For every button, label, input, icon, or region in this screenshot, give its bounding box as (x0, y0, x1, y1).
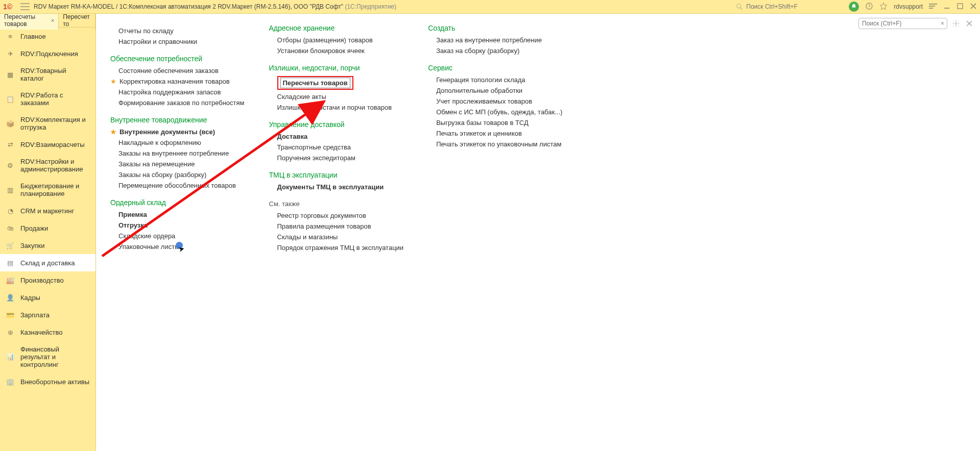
link-receiving[interactable]: Приемка (118, 211, 245, 218)
settings-bars-icon[interactable] (929, 3, 937, 11)
nav-connections[interactable]: ✈RDV:Подключения (0, 45, 95, 62)
grid-icon: ▦ (6, 70, 14, 79)
link-correction[interactable]: Корректировка назначения товаров (118, 78, 245, 85)
bag-icon: 🛍 (6, 224, 14, 232)
link-traceability[interactable]: Учет прослеживаемых товаров (436, 97, 562, 105)
section-internal: Внутреннее товародвижение (110, 116, 245, 124)
link-surplus-deficit[interactable]: Излишки, недостачи и порчи товаров (277, 104, 404, 111)
notifications-icon[interactable] (849, 2, 859, 12)
restore-icon[interactable] (957, 3, 964, 11)
tab-label: Пересчет то (63, 14, 91, 28)
link-settings-refs[interactable]: Настройки и справочники (118, 38, 245, 45)
clipboard-icon: 📋 (6, 95, 14, 103)
nav-picking[interactable]: 📦RDV:Комплектация и отгрузка (0, 111, 95, 136)
link-stock-keep[interactable]: Настройка поддержания запасов (118, 88, 245, 96)
svg-line-1 (740, 8, 743, 10)
user-label[interactable]: rdvsupport (894, 3, 923, 10)
link-invoices[interactable]: Накладные к оформлению (118, 139, 245, 146)
logo-1c: 1© (3, 3, 12, 11)
tab-close-icon[interactable]: × (51, 17, 54, 23)
link-move-orders[interactable]: Заказы на перемещение (118, 160, 245, 168)
link-expeditor[interactable]: Поручения экспедиторам (277, 154, 404, 162)
sliders-icon: ⚙ (6, 161, 14, 169)
link-vehicles[interactable]: Транспортные средства (277, 143, 404, 151)
nav-admin[interactable]: ⚙RDV:Настройки и администрирование (0, 153, 95, 178)
nav-catalog[interactable]: ▦RDV:Товарный каталог (0, 62, 95, 87)
link-internal-orders[interactable]: Заказы на внутреннее потребление (118, 149, 245, 157)
content-search-input[interactable] (858, 18, 947, 29)
svg-point-10 (955, 22, 957, 24)
nav-production[interactable]: 🏭Производство (0, 271, 95, 289)
link-create-internal[interactable]: Заказ на внутреннее потребление (436, 36, 562, 44)
nav-salary[interactable]: 💳Зарплата (0, 306, 95, 323)
close-icon[interactable] (970, 3, 977, 11)
top-bar: 1© RDV Маркет RM-KA-MODEL / 1С:Комплексн… (0, 0, 980, 14)
link-needs-state[interactable]: Состояние обеспечения заказов (118, 67, 245, 74)
nav-main[interactable]: ≡Главное (0, 28, 95, 45)
link-ext-processing[interactable]: Дополнительные обработки (436, 87, 562, 94)
nav-warehouse[interactable]: ▤Склад и доставка (0, 254, 95, 271)
link-tmc-reflection[interactable]: Порядок отражения ТМЦ в эксплуатации (277, 244, 404, 252)
link-recounts-highlighted[interactable]: Пересчеты товаров (280, 78, 350, 88)
search-icon (736, 3, 743, 10)
link-assembly-orders[interactable]: Заказы на сборку (разборку) (118, 171, 245, 179)
link-move-separated[interactable]: Перемещение обособленных товаров (118, 182, 245, 189)
user-icon: 👤 (6, 293, 14, 302)
menu-icon[interactable] (20, 3, 30, 10)
gear-icon[interactable] (951, 19, 961, 28)
link-wh-orders[interactable]: Складские ордера (118, 232, 245, 240)
minimize-icon[interactable] (943, 3, 950, 11)
section-service: Сервис (428, 64, 562, 72)
link-shipping[interactable]: Отгрузка (118, 221, 245, 229)
exchange-icon: ⇄ (6, 140, 14, 148)
history-icon[interactable] (865, 2, 873, 12)
link-create-assembly[interactable]: Заказ на сборку (разборку) (436, 47, 562, 55)
link-print-labels[interactable]: Печать этикеток и ценников (436, 130, 562, 137)
highlight-annotation: Пересчеты товаров (277, 76, 353, 90)
nav-orders[interactable]: 📋RDV:Работа с заказами (0, 87, 95, 111)
nav-settlements[interactable]: ⇄RDV:Взаиморасчеты (0, 136, 95, 153)
content-search[interactable]: × (858, 18, 947, 29)
link-wh-shops[interactable]: Склады и магазины (277, 233, 404, 241)
link-delivery[interactable]: Доставка (277, 133, 404, 140)
star-icon[interactable] (879, 2, 888, 12)
link-tsd-upload[interactable]: Выгрузка базы товаров в ТСД (436, 119, 562, 127)
link-reports[interactable]: Отчеты по складу (118, 27, 245, 35)
nav-budget[interactable]: ▥Бюджетирование и планирование (0, 178, 95, 202)
nav-finance[interactable]: 📊Финансовый результат и контроллинг (0, 341, 95, 373)
clear-icon[interactable]: × (941, 20, 944, 27)
nav-purchase[interactable]: 🛒Закупки (0, 237, 95, 254)
package-icon: 📦 (6, 119, 14, 128)
link-print-pack-labels[interactable]: Печать этикеток по упаковочным листам (436, 140, 562, 148)
nav-sales[interactable]: 🛍Продажи (0, 219, 95, 237)
link-internal-docs[interactable]: Внутренние документы (все) (118, 128, 245, 136)
col-1: Отчеты по складу Настройки и справочники… (110, 24, 245, 255)
link-needs-orders[interactable]: Формирование заказов по потребностям (118, 99, 245, 107)
link-trade-registry[interactable]: Реестр торговых документов (277, 212, 404, 219)
section-address: Адресное хранение (269, 24, 404, 32)
close-panel-icon[interactable] (965, 19, 974, 28)
link-ismp[interactable]: Обмен с ИС МП (обувь, одежда, табак...) (436, 108, 562, 116)
link-placement-rules[interactable]: Правила размещения товаров (277, 222, 404, 230)
link-wh-acts[interactable]: Складские акты (277, 93, 404, 101)
pie-icon: ◔ (6, 207, 14, 215)
global-search-input[interactable] (745, 3, 839, 11)
global-search[interactable] (732, 1, 843, 12)
sidebar: Пересчеты товаров × Пересчет то ≡Главное… (0, 14, 96, 451)
factory-icon: 🏭 (6, 276, 14, 284)
link-topology[interactable]: Генерация топологии склада (436, 76, 562, 84)
card-icon: 💳 (6, 311, 14, 319)
warehouse-icon: ▤ (6, 259, 14, 267)
nav-crm[interactable]: ◔CRM и маркетинг (0, 202, 95, 219)
nav-treasury[interactable]: ⊕Казначейство (0, 323, 95, 341)
nav-assets[interactable]: 🏢Внеоборотные активы (0, 373, 95, 390)
col-3: Создать Заказ на внутреннее потребление … (428, 24, 562, 255)
nav-hr[interactable]: 👤Кадры (0, 289, 95, 306)
section-see-also: См. также (269, 200, 404, 208)
section-tmc: ТМЦ в эксплуатации (269, 171, 404, 179)
building-icon: 🏢 (6, 378, 14, 386)
link-pickings[interactable]: Отборы (размещения) товаров (277, 36, 404, 44)
link-cell-locks[interactable]: Установки блокировок ячеек (277, 47, 404, 55)
bars-icon: 📊 (6, 353, 14, 361)
link-tmc-docs[interactable]: Документы ТМЦ в эксплуатации (277, 183, 404, 191)
